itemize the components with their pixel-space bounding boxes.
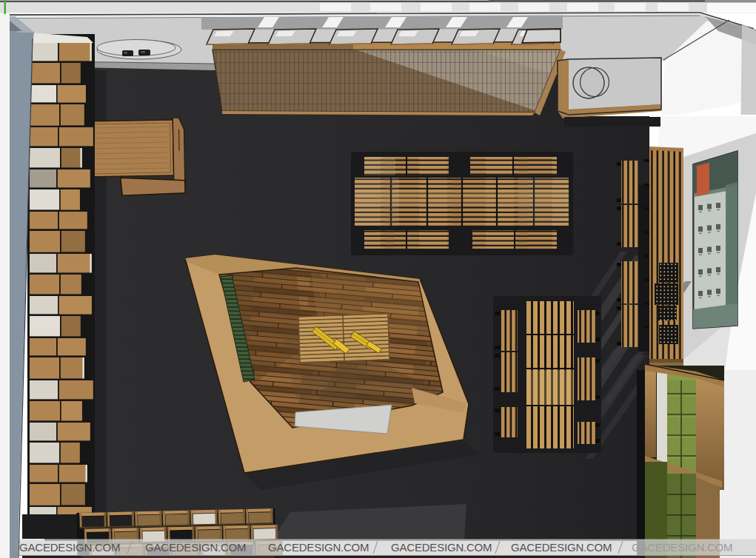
svg-text:GACEDESIGN.COM: GACEDESIGN.COM xyxy=(268,541,369,554)
svg-text:GACEDESIGN.COM: GACEDESIGN.COM xyxy=(391,541,492,554)
svg-text:GACEDESIGN.COM: GACEDESIGN.COM xyxy=(145,541,246,554)
svg-text:GACEDESIGN.COM: GACEDESIGN.COM xyxy=(19,541,120,554)
svg-text:GACEDESIGN.COM: GACEDESIGN.COM xyxy=(632,541,732,554)
svg-text:GACEDESIGN.COM: GACEDESIGN.COM xyxy=(511,541,612,554)
